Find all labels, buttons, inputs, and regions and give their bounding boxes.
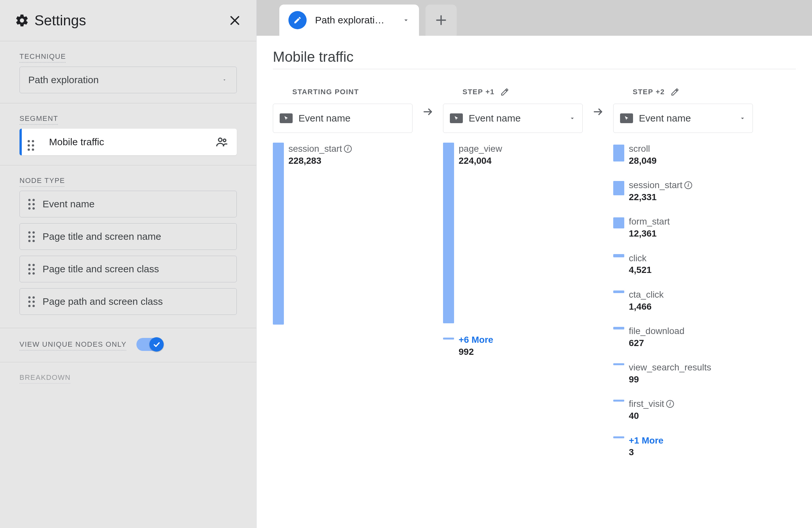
step-header-label: STEP +2 [633, 88, 665, 96]
breakdown-label: BREAKDOWN [0, 373, 256, 384]
exploration-canvas: Mobile traffic STARTING POINT Event name [257, 36, 812, 528]
step-start-column: STARTING POINT Event name [273, 85, 412, 327]
main-area: Path explorati… Mobile traffic STARTING … [257, 0, 812, 528]
node-type-item-label: Event name [43, 199, 95, 210]
node-name: scroll [629, 143, 650, 155]
path-node[interactable]: file_download627 [613, 323, 753, 351]
path-node-more[interactable]: +1 More3 [613, 432, 753, 460]
node-type-list: Event name Page title and screen name Pa… [0, 187, 256, 328]
technique-label: TECHNIQUE [0, 52, 256, 63]
node-name: session_start [288, 143, 342, 155]
path-node[interactable]: session_start i 228,283 [273, 141, 412, 327]
node-name: click [629, 252, 646, 265]
info-icon[interactable]: i [666, 400, 674, 408]
node-value: 1,466 [629, 301, 664, 313]
path-node[interactable]: scroll28,049 [613, 141, 753, 169]
step-start-header: STARTING POINT [273, 85, 412, 98]
node-name: cta_click [629, 288, 664, 301]
check-icon [149, 337, 164, 352]
info-icon[interactable]: i [684, 181, 692, 189]
node-name: view_search_results [629, 361, 711, 374]
cursor-icon [450, 113, 463, 123]
settings-header: Settings [0, 0, 256, 41]
path-node[interactable]: session_starti22,331 [613, 177, 753, 205]
segment-name: Mobile traffic [49, 137, 104, 147]
node-value: 99 [629, 374, 711, 385]
node-value: 627 [629, 337, 684, 349]
add-tab-button[interactable] [425, 4, 457, 36]
drag-handle-icon [28, 133, 42, 151]
step-header-label: STEP +1 [463, 88, 495, 96]
node-type-item-label: Page path and screen class [43, 296, 163, 307]
path-node[interactable]: view_search_results99 [613, 359, 753, 387]
node-name: session_start [629, 179, 682, 191]
settings-title: Settings [34, 12, 86, 29]
node-type-item[interactable]: Event name [19, 191, 237, 217]
close-icon[interactable] [228, 14, 241, 27]
technique-select[interactable]: Path exploration [19, 67, 237, 93]
gear-icon [15, 13, 34, 28]
chevron-down-icon [569, 115, 576, 122]
node-type-item[interactable]: Page title and screen class [19, 256, 237, 282]
path-node[interactable]: first_visiti40 [613, 396, 753, 424]
node-type-item[interactable]: Page title and screen name [19, 223, 237, 250]
path-node[interactable]: form_start12,361 [613, 213, 753, 241]
dimension-select-start[interactable]: Event name [273, 104, 412, 133]
node-type-item-label: Page title and screen class [43, 263, 159, 274]
chevron-down-icon[interactable] [402, 16, 410, 24]
dimension-select-step1[interactable]: Event name [443, 104, 583, 133]
tab-label: Path explorati… [315, 15, 397, 26]
tab-path-exploration[interactable]: Path explorati… [279, 4, 419, 36]
dimension-label: Event name [639, 113, 691, 124]
step-1-column: STEP +1 Event name [443, 85, 583, 360]
node-value: 22,331 [629, 191, 692, 203]
svg-point-2 [219, 138, 222, 142]
path-node[interactable]: click4,521 [613, 250, 753, 278]
path-columns: STARTING POINT Event name [273, 85, 796, 469]
chevron-down-icon [739, 115, 746, 122]
node-name: +1 More [629, 434, 664, 447]
dimension-label: Event name [469, 113, 521, 124]
drag-handle-icon [28, 296, 35, 307]
node-name: page_view [459, 143, 502, 155]
unique-nodes-toggle[interactable] [136, 338, 162, 351]
drag-handle-icon [28, 231, 35, 242]
pencil-icon[interactable] [501, 88, 509, 96]
node-name: form_start [629, 215, 670, 228]
arrow-right-icon [422, 85, 433, 115]
canvas-title: Mobile traffic [273, 49, 796, 69]
pencil-icon[interactable] [671, 88, 679, 96]
dimension-select-step2[interactable]: Event name [613, 104, 753, 133]
svg-point-3 [223, 139, 226, 142]
path-node[interactable]: cta_click1,466 [613, 287, 753, 315]
people-icon [215, 135, 228, 148]
pencil-icon [288, 11, 307, 29]
node-name: file_download [629, 325, 684, 337]
tab-bar: Path explorati… [257, 0, 812, 36]
info-icon[interactable]: i [344, 145, 352, 153]
cursor-icon [280, 113, 293, 123]
node-value: 12,361 [629, 228, 670, 240]
node-value: 224,004 [459, 155, 502, 167]
technique-value: Path exploration [28, 74, 99, 85]
drag-handle-icon [28, 264, 35, 274]
segment-label: SEGMENT [0, 114, 256, 125]
step-2-header: STEP +2 [613, 85, 753, 98]
node-value: 28,049 [629, 155, 657, 167]
path-node-more[interactable]: +6 More 992 [443, 332, 583, 360]
arrow-right-icon [592, 85, 604, 115]
chevron-down-icon [221, 78, 228, 82]
settings-panel: Settings TECHNIQUE Path exploration SEGM… [0, 0, 257, 528]
node-name: first_visit [629, 398, 664, 410]
node-type-item[interactable]: Page path and screen class [19, 288, 237, 315]
node-value: 40 [629, 410, 674, 422]
step-header-label: STARTING POINT [292, 88, 359, 96]
node-value: 992 [459, 346, 493, 358]
node-type-label: NODE TYPE [0, 176, 256, 187]
segment-chip[interactable]: Mobile traffic [19, 129, 237, 155]
node-type-item-label: Page title and screen name [43, 231, 161, 242]
path-node[interactable]: page_view 224,004 [443, 141, 583, 325]
step-1-header: STEP +1 [443, 85, 583, 98]
node-value: 228,283 [288, 155, 352, 167]
drag-handle-icon [28, 199, 35, 210]
